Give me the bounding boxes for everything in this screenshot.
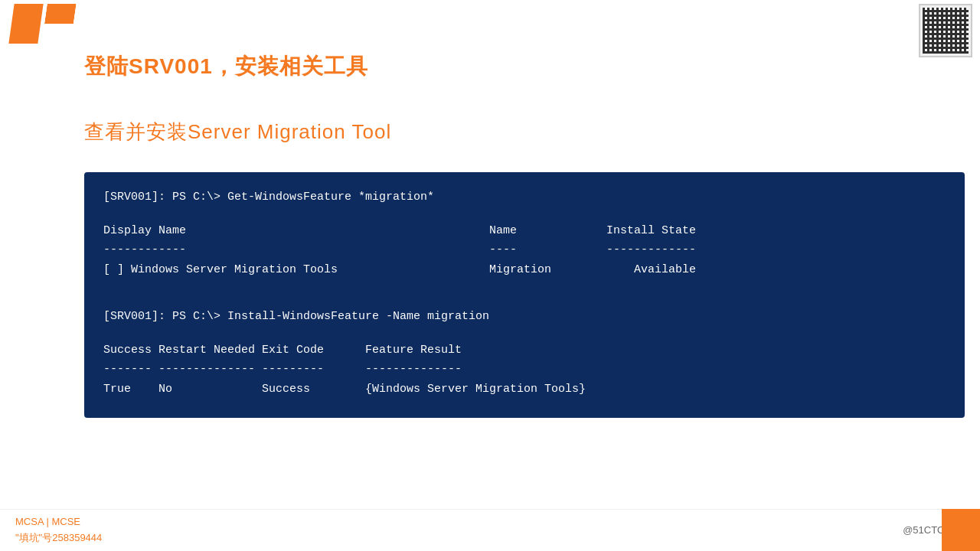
code-line-8: [SRV001]: PS C:\> Install-WindowsFeature… <box>103 307 946 327</box>
code-line-3: Display Name Name Install State <box>103 221 946 241</box>
top-bar <box>0 0 980 46</box>
code-line-1: [SRV001]: PS C:\> Get-WindowsFeature *mi… <box>103 187 946 207</box>
code-block: [SRV001]: PS C:\> Get-WindowsFeature *mi… <box>84 172 965 418</box>
qr-pattern <box>923 8 969 54</box>
main-title: 登陆SRV001，安装相关工具 <box>84 52 368 81</box>
qr-code <box>919 4 972 57</box>
code-empty-1 <box>103 207 946 221</box>
code-empty-3 <box>103 293 946 307</box>
code-line-4: ------------ ---- ------------- <box>103 240 946 260</box>
code-empty-2 <box>103 279 946 293</box>
bottom-orange-block <box>942 509 980 551</box>
code-line-12: True No Success {Windows Server Migratio… <box>103 380 946 399</box>
code-line-5: [ ] Windows Server Migration Tools Migra… <box>103 260 946 280</box>
bottom-bar: MCSA | MCSE "填坑"号258359444 @51CTO博客 <box>0 509 980 551</box>
logo-shape-2 <box>41 4 76 44</box>
bottom-left: MCSA | MCSE "填坑"号258359444 <box>15 514 102 546</box>
bottom-credential: MCSA | MCSE <box>15 514 102 530</box>
code-empty-4 <box>103 327 946 341</box>
logo <box>0 0 84 46</box>
sub-title: 查看并安装Server Migration Tool <box>84 119 391 145</box>
bottom-account: "填坑"号258359444 <box>15 530 102 546</box>
code-line-10: Success Restart Needed Exit Code Feature… <box>103 341 946 360</box>
slide: 登陆SRV001，安装相关工具 查看并安装Server Migration To… <box>0 0 980 551</box>
logo-shape-1 <box>8 4 43 44</box>
code-line-11: ------- -------------- --------- -------… <box>103 360 946 380</box>
